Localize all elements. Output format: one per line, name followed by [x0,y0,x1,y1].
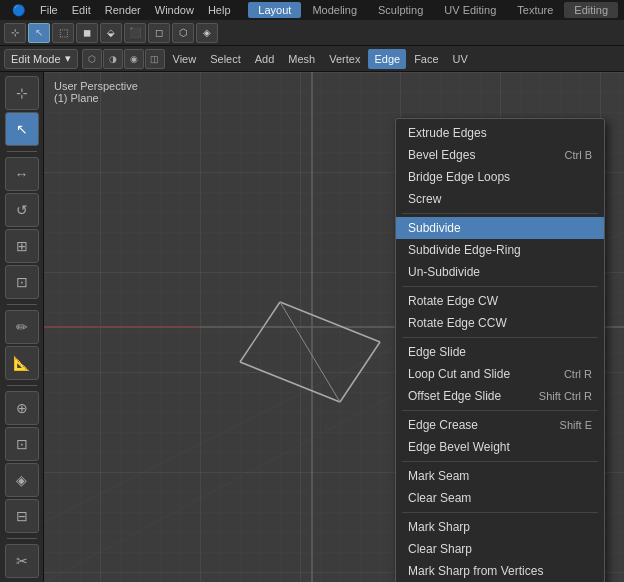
menu-item-extrude-edges[interactable]: Extrude Edges [396,122,604,144]
left-toolbar: ⊹ ↖ ↔ ↺ ⊞ ⊡ ✏ 📐 ⊕ ⊡ ◈ ⊟ ✂ [0,72,44,582]
workspace-tabs: Layout Modeling Sculpting UV Editing Tex… [248,2,618,18]
tab-sculpting[interactable]: Sculpting [368,2,433,18]
toolbar-separator-2 [7,304,37,305]
menu-item-un-subdivide[interactable]: Un-Subdivide [396,261,604,283]
toolbar2-btn-0[interactable]: ⊹ [4,23,26,43]
menu-item-screw[interactable]: Screw [396,188,604,210]
extrude-tool-btn[interactable]: ⊕ [5,391,39,425]
toolbar-separator-3 [7,385,37,386]
viewport-icon-2[interactable]: ◉ [124,49,144,69]
mode-chevron: ▾ [65,52,71,65]
mode-label: Edit Mode [11,53,61,65]
menu-item-offset-edge-slide[interactable]: Offset Edge Slide Shift Ctrl R [396,385,604,407]
toolbar2-btn-4[interactable]: ⬙ [100,23,122,43]
viewport-icon-1[interactable]: ◑ [103,49,123,69]
vertex-menu[interactable]: Vertex [323,49,366,69]
menu-item-mark-sharp-from-verts[interactable]: Mark Sharp from Vertices [396,560,604,582]
toolbar2-btn-2[interactable]: ⬚ [52,23,74,43]
sep-6 [402,512,598,513]
render-menu[interactable]: Render [99,2,147,18]
mesh-menu[interactable]: Mesh [282,49,321,69]
edge-dropdown-menu: Extrude Edges Bevel Edges Ctrl B Bridge … [395,118,605,582]
scale-tool-btn[interactable]: ⊞ [5,229,39,263]
menu-item-clear-seam[interactable]: Clear Seam [396,487,604,509]
file-menu[interactable]: File [34,2,64,18]
knife-tool-btn[interactable]: ✂ [5,544,39,578]
toolbar2: ⊹ ↖ ⬚ ◼ ⬙ ⬛ ◻ ⬡ ◈ [0,20,624,46]
tab-uv-editing[interactable]: UV Editing [434,2,506,18]
help-menu[interactable]: Help [202,2,237,18]
menu-item-bridge-edge-loops[interactable]: Bridge Edge Loops [396,166,604,188]
rotate-tool-btn[interactable]: ↺ [5,193,39,227]
toolbar2-btn-6[interactable]: ◻ [148,23,170,43]
edit-menu[interactable]: Edit [66,2,97,18]
annotate-tool-btn[interactable]: ✏ [5,310,39,344]
menu-item-edge-bevel-weight[interactable]: Edge Bevel Weight [396,436,604,458]
measure-tool-btn[interactable]: 📐 [5,346,39,380]
menu-item-mark-seam[interactable]: Mark Seam [396,465,604,487]
add-menu[interactable]: Add [249,49,281,69]
viewport-display-icons: ⬡ ◑ ◉ ◫ [82,49,165,69]
mode-selector[interactable]: Edit Mode ▾ [4,49,78,69]
menu-item-subdivide[interactable]: Subdivide [396,217,604,239]
toolbar2-btn-3[interactable]: ◼ [76,23,98,43]
loop-cut-btn[interactable]: ⊟ [5,499,39,533]
face-menu[interactable]: Face [408,49,444,69]
select-tool-btn[interactable]: ↖ [5,112,39,146]
menu-item-clear-sharp[interactable]: Clear Sharp [396,538,604,560]
sep-1 [402,213,598,214]
tab-layout[interactable]: Layout [248,2,301,18]
toolbar-separator-4 [7,538,37,539]
menu-item-rotate-ccw[interactable]: Rotate Edge CCW [396,312,604,334]
edge-menu-trigger[interactable]: Edge [368,49,406,69]
viewport[interactable]: ⊹ ↖ ↔ ↺ ⊞ ⊡ ✏ 📐 ⊕ ⊡ ◈ ⊟ ✂ User Perspecti… [0,72,624,582]
top-menubar: 🔵 File Edit Render Window Help Layout Mo… [0,0,624,20]
menu-item-bevel-edges[interactable]: Bevel Edges Ctrl B [396,144,604,166]
view-perspective-label: User Perspective [54,80,138,92]
menu-item-rotate-cw[interactable]: Rotate Edge CW [396,290,604,312]
sep-2 [402,286,598,287]
menu-item-subdivide-edge-ring[interactable]: Subdivide Edge-Ring [396,239,604,261]
menu-item-edge-slide[interactable]: Edge Slide [396,341,604,363]
bevel-tool-btn[interactable]: ◈ [5,463,39,497]
menu-item-mark-sharp[interactable]: Mark Sharp [396,516,604,538]
toolbar2-btn-1[interactable]: ↖ [28,23,50,43]
toolbar2-btn-7[interactable]: ⬡ [172,23,194,43]
toolbar3: Edit Mode ▾ ⬡ ◑ ◉ ◫ View Select Add Mesh… [0,46,624,72]
select-menu[interactable]: Select [204,49,247,69]
inset-tool-btn[interactable]: ⊡ [5,427,39,461]
menu-item-loop-cut[interactable]: Loop Cut and Slide Ctrl R [396,363,604,385]
toolbar-separator-1 [7,151,37,152]
viewport-icon-0[interactable]: ⬡ [82,49,102,69]
toolbar2-btn-5[interactable]: ⬛ [124,23,146,43]
menu-item-edge-crease[interactable]: Edge Crease Shift E [396,414,604,436]
view-menu[interactable]: View [167,49,203,69]
sep-5 [402,461,598,462]
view-object-label: (1) Plane [54,92,138,104]
cursor-tool-btn[interactable]: ⊹ [5,76,39,110]
move-tool-btn[interactable]: ↔ [5,157,39,191]
viewport-icon-3[interactable]: ◫ [145,49,165,69]
viewport-info: User Perspective (1) Plane [54,80,138,104]
window-menu[interactable]: Window [149,2,200,18]
uv-menu[interactable]: UV [447,49,474,69]
transform-tool-btn[interactable]: ⊡ [5,265,39,299]
tab-editing[interactable]: Editing [564,2,618,18]
tab-modeling[interactable]: Modeling [302,2,367,18]
sep-4 [402,410,598,411]
blender-logo[interactable]: 🔵 [6,2,32,19]
sep-3 [402,337,598,338]
tab-texture[interactable]: Texture [507,2,563,18]
toolbar2-btn-8[interactable]: ◈ [196,23,218,43]
